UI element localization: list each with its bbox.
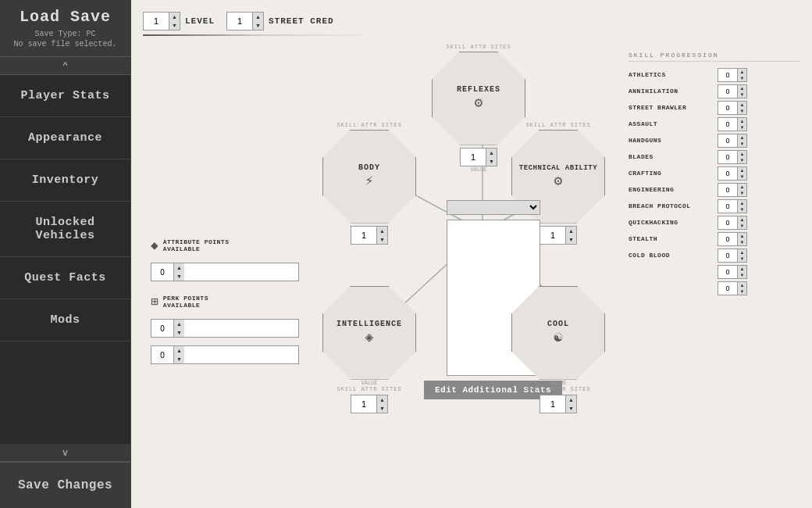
perk-points-down[interactable]: ▼ (173, 328, 184, 337)
attr-points-up[interactable]: ▲ (173, 263, 184, 272)
skill-value-crafting[interactable] (718, 167, 737, 180)
skill-input-stealth[interactable]: ▲ ▼ (718, 232, 747, 246)
reflexes-down[interactable]: ▼ (486, 157, 497, 166)
load-save-button[interactable]: Load Save Save Type: PC No save file sel… (0, 0, 130, 57)
annihilation-down[interactable]: ▼ (737, 91, 746, 98)
street-cred-up-btn[interactable]: ▲ (252, 13, 263, 21)
assault-up[interactable]: ▲ (737, 118, 746, 124)
attr-points-down[interactable]: ▼ (173, 272, 184, 281)
street-cred-down-btn[interactable]: ▼ (252, 21, 263, 30)
intelligence-down[interactable]: ▼ (376, 404, 387, 413)
body-up[interactable]: ▲ (376, 227, 387, 235)
skill-input-annihilation[interactable]: ▲ ▼ (718, 84, 747, 98)
cool-input[interactable] (540, 395, 565, 413)
sidebar-item-quest-facts[interactable]: Quest Facts (0, 257, 130, 299)
skill-value-extra2[interactable] (718, 282, 737, 295)
sidebar-item-unlocked-vehicles[interactable]: Unlocked Vehicles (0, 202, 130, 257)
body-input[interactable] (351, 227, 376, 244)
level-input-group[interactable]: ▲ ▼ (143, 12, 180, 30)
extra-points-input[interactable] (151, 347, 173, 363)
cool-down[interactable]: ▼ (565, 404, 576, 413)
scroll-down-button[interactable]: v (0, 444, 130, 462)
level-down-btn[interactable]: ▼ (169, 21, 180, 30)
cool-input-group[interactable]: ▲ ▼ (540, 395, 577, 413)
cold-blood-down[interactable]: ▼ (737, 256, 746, 262)
intelligence-up[interactable]: ▲ (376, 395, 387, 404)
technical-down[interactable]: ▼ (565, 235, 576, 244)
cool-up[interactable]: ▲ (565, 395, 576, 404)
skill-value-quickhacking[interactable] (718, 216, 737, 229)
reflexes-input-group[interactable]: ▲ ▼ (460, 148, 497, 166)
breach-protocol-down[interactable]: ▼ (737, 206, 746, 213)
skill-input-assault[interactable]: ▲ ▼ (718, 117, 747, 131)
street-cred-input[interactable] (227, 13, 252, 30)
skill-value-breach-protocol[interactable] (718, 200, 737, 213)
level-input[interactable] (144, 13, 169, 30)
cold-blood-up[interactable]: ▲ (737, 249, 746, 256)
skill-input-blades[interactable]: ▲ ▼ (718, 150, 747, 164)
reflexes-up[interactable]: ▲ (486, 148, 497, 157)
intelligence-input[interactable] (351, 395, 376, 413)
sidebar-item-mods[interactable]: Mods (0, 299, 130, 342)
skill-value-extra1[interactable] (718, 266, 737, 278)
assault-down[interactable]: ▼ (737, 124, 746, 131)
crafting-up[interactable]: ▲ (737, 167, 746, 174)
level-up-btn[interactable]: ▲ (169, 13, 180, 21)
skill-value-annihilation[interactable] (718, 85, 737, 98)
athletics-up[interactable]: ▲ (737, 69, 746, 75)
skill-input-cold-blood[interactable]: ▲ ▼ (718, 249, 747, 263)
quickhacking-up[interactable]: ▲ (737, 216, 746, 223)
skill-input-extra2[interactable]: ▲ ▼ (718, 281, 747, 295)
body-input-group[interactable]: ▲ ▼ (351, 226, 388, 245)
stealth-down[interactable]: ▼ (737, 239, 746, 245)
engineering-down[interactable]: ▼ (737, 190, 746, 196)
sidebar-item-player-stats[interactable]: Player Stats (0, 75, 130, 117)
skill-input-breach-protocol[interactable]: ▲ ▼ (718, 199, 747, 213)
body-down[interactable]: ▼ (376, 235, 387, 244)
street-brawler-up[interactable]: ▲ (737, 102, 746, 108)
perk-points-up[interactable]: ▲ (173, 320, 184, 328)
skill-value-street-brawler[interactable] (718, 102, 737, 114)
intelligence-input-group[interactable]: ▲ ▼ (351, 395, 388, 413)
attribute-points-input[interactable] (151, 264, 173, 280)
engineering-up[interactable]: ▲ (737, 184, 746, 190)
skill-input-extra1[interactable]: ▲ ▼ (718, 265, 747, 279)
save-changes-button[interactable]: Save Changes (0, 462, 130, 508)
center-dropdown[interactable] (447, 200, 540, 215)
quickhacking-down[interactable]: ▼ (737, 223, 746, 229)
extra2-down[interactable]: ▼ (737, 288, 746, 295)
perk-points-input-group[interactable]: ▲ ▼ (151, 319, 299, 338)
technical-up[interactable]: ▲ (565, 227, 576, 235)
skill-input-athletics[interactable]: ▲ ▼ (718, 68, 747, 82)
skill-value-athletics[interactable] (718, 69, 737, 81)
extra1-up[interactable]: ▲ (737, 266, 746, 272)
attribute-points-input-group[interactable]: ▲ ▼ (151, 263, 299, 281)
skill-input-street-brawler[interactable]: ▲ ▼ (718, 101, 747, 115)
extra-points-down[interactable]: ▼ (173, 355, 184, 363)
skill-input-engineering[interactable]: ▲ ▼ (718, 183, 747, 197)
sidebar-item-appearance[interactable]: Appearance (0, 117, 130, 159)
sidebar-item-inventory[interactable]: Inventory (0, 159, 130, 202)
skill-input-quickhacking[interactable]: ▲ ▼ (718, 216, 747, 230)
street-cred-input-group[interactable]: ▲ ▼ (226, 12, 264, 30)
extra1-down[interactable]: ▼ (737, 272, 746, 278)
extra2-up[interactable]: ▲ (737, 282, 746, 288)
skill-value-stealth[interactable] (718, 233, 737, 245)
athletics-down[interactable]: ▼ (737, 75, 746, 81)
extra-points-input-group[interactable]: ▲ ▼ (151, 345, 299, 364)
perk-points-input[interactable] (151, 320, 173, 336)
handguns-down[interactable]: ▼ (737, 141, 746, 147)
skill-value-handguns[interactable] (718, 134, 737, 147)
street-brawler-down[interactable]: ▼ (737, 108, 746, 114)
skill-value-assault[interactable] (718, 118, 737, 131)
handguns-up[interactable]: ▲ (737, 134, 746, 141)
stealth-up[interactable]: ▲ (737, 233, 746, 239)
scroll-up-button[interactable]: ^ (0, 57, 130, 75)
blades-down[interactable]: ▼ (737, 157, 746, 163)
skill-input-crafting[interactable]: ▲ ▼ (718, 166, 747, 181)
skill-input-handguns[interactable]: ▲ ▼ (718, 134, 747, 148)
extra-points-up[interactable]: ▲ (173, 346, 184, 355)
skill-value-cold-blood[interactable] (718, 249, 737, 262)
skill-value-blades[interactable] (718, 151, 737, 163)
breach-protocol-up[interactable]: ▲ (737, 200, 746, 206)
